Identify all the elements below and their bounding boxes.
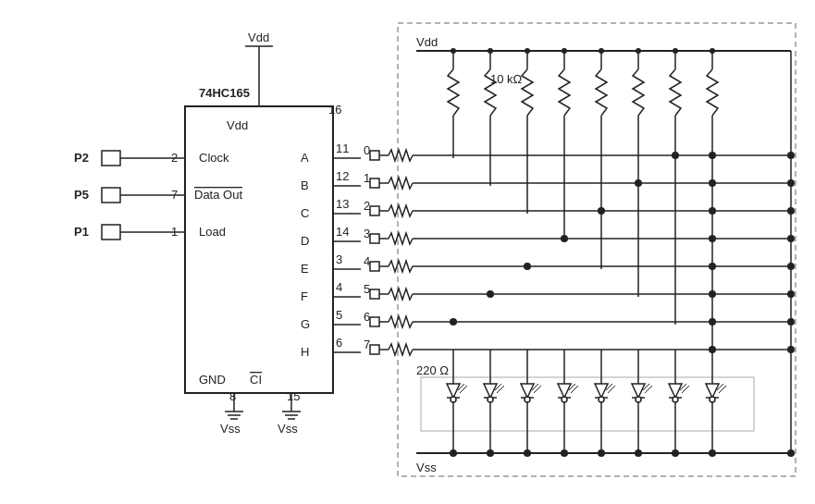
svg-point-61 xyxy=(709,179,716,187)
vss-rail-label: Vss xyxy=(416,461,437,474)
gnd-label: GND xyxy=(199,373,226,387)
pin6-label: 6 xyxy=(336,336,342,350)
row1-label: 1 xyxy=(364,171,370,185)
pin-d-label: D xyxy=(301,234,309,248)
svg-rect-16 xyxy=(102,188,120,203)
svg-point-71 xyxy=(709,235,716,242)
pin-a-label: A xyxy=(301,151,309,165)
pin-e-label: E xyxy=(301,262,309,276)
svg-rect-58 xyxy=(370,178,379,188)
vss-bottom-right: Vss xyxy=(278,422,298,436)
series-resistor-label: 220 Ω xyxy=(416,363,449,377)
svg-point-86 xyxy=(709,318,716,326)
svg-point-140 xyxy=(673,397,678,402)
vdd-rail-label: Vdd xyxy=(416,35,438,49)
svg-point-81 xyxy=(709,290,716,298)
svg-point-126 xyxy=(599,397,604,402)
pin-g-label: G xyxy=(301,317,310,331)
svg-rect-68 xyxy=(370,234,379,243)
svg-point-98 xyxy=(451,397,456,402)
svg-rect-92 xyxy=(421,377,754,431)
row0-label: 0 xyxy=(364,143,370,157)
svg-point-56 xyxy=(709,152,716,159)
clock-label: Clock xyxy=(199,151,229,165)
svg-point-76 xyxy=(709,263,716,270)
svg-rect-13 xyxy=(102,151,120,166)
row3-label: 3 xyxy=(364,227,370,240)
row4-label: 4 xyxy=(364,254,370,268)
svg-point-174 xyxy=(787,318,795,326)
pin-b-label: B xyxy=(301,178,309,192)
p1-label: P1 xyxy=(74,225,89,239)
svg-rect-73 xyxy=(370,262,379,271)
pin12-label: 12 xyxy=(336,169,349,183)
chip-label: 74HC165 xyxy=(199,86,250,100)
row5-label: 5 xyxy=(364,282,370,296)
svg-point-119 xyxy=(562,397,567,402)
svg-point-172 xyxy=(787,263,795,270)
svg-point-168 xyxy=(787,152,795,159)
pin-h-label: H xyxy=(301,345,309,359)
row6-label: 6 xyxy=(364,310,370,324)
pin-c-label: C xyxy=(301,206,309,220)
svg-point-87 xyxy=(450,318,457,326)
svg-rect-18 xyxy=(102,225,120,240)
dataout-label: Data Out xyxy=(194,188,242,202)
svg-point-57 xyxy=(672,152,679,159)
pin11-label: 11 xyxy=(336,141,349,155)
pin5-label: 5 xyxy=(336,308,342,322)
svg-point-169 xyxy=(787,179,795,187)
svg-point-105 xyxy=(488,397,493,402)
svg-point-170 xyxy=(787,207,795,215)
pullup-resistor-label: 10 kΩ xyxy=(490,72,523,86)
svg-point-66 xyxy=(709,207,716,215)
load-label: Load xyxy=(199,225,226,239)
pin8-label: 8 xyxy=(229,389,236,403)
svg-point-147 xyxy=(710,397,715,402)
svg-point-67 xyxy=(598,207,605,215)
chip-vdd-label: Vdd xyxy=(227,118,248,132)
pin14-label: 14 xyxy=(336,225,349,239)
svg-point-112 xyxy=(525,397,530,402)
vss-bottom-left: Vss xyxy=(220,422,241,436)
pin3-label: 3 xyxy=(336,252,342,266)
svg-point-82 xyxy=(487,290,494,298)
svg-point-77 xyxy=(524,263,531,270)
pin-f-label: F xyxy=(301,289,308,303)
pin4-label: 4 xyxy=(336,280,342,294)
svg-point-72 xyxy=(561,235,568,242)
svg-rect-83 xyxy=(370,317,379,326)
pin15-label: 15 xyxy=(287,389,300,403)
svg-rect-78 xyxy=(370,289,379,299)
svg-point-133 xyxy=(636,397,641,402)
vdd-top-label: Vdd xyxy=(248,31,269,44)
svg-rect-63 xyxy=(370,206,379,215)
ci-label: CI xyxy=(250,373,262,387)
svg-point-175 xyxy=(787,346,795,353)
p5-label: P5 xyxy=(74,188,89,202)
row2-label: 2 xyxy=(364,199,370,213)
svg-rect-88 xyxy=(370,345,379,354)
svg-rect-53 xyxy=(370,151,379,160)
svg-rect-2 xyxy=(185,106,333,393)
p2-label: P2 xyxy=(74,151,89,165)
svg-point-62 xyxy=(635,179,642,187)
svg-point-171 xyxy=(787,235,795,242)
pin13-label: 13 xyxy=(336,197,349,211)
svg-point-167 xyxy=(787,449,795,457)
pin16-label: 16 xyxy=(328,103,341,117)
svg-point-173 xyxy=(787,290,795,298)
row7-label: 7 xyxy=(364,338,370,351)
